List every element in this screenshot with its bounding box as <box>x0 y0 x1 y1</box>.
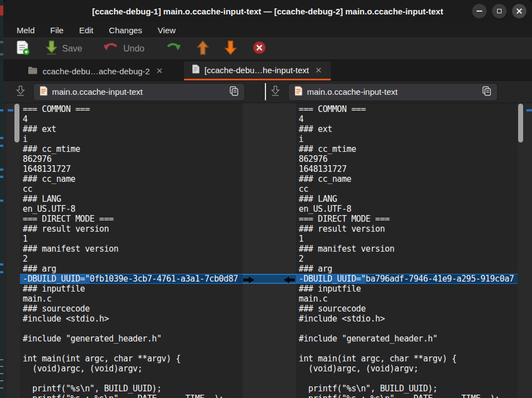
code-line: 4 <box>20 114 243 124</box>
next-change-button[interactable] <box>219 38 242 60</box>
minimize-icon <box>477 11 482 12</box>
diff-unchanged-text: -DBUILD_UUID=" <box>23 274 90 283</box>
code-line: #include <stdio.h> <box>296 314 518 324</box>
menu-view[interactable]: View <box>152 24 181 36</box>
code-line: ### cc_mtime <box>20 144 243 154</box>
file-icon <box>192 64 200 76</box>
tab-close-icon[interactable]: ✕ <box>314 65 323 75</box>
screen: [ccache-debug-1] main.o.ccache-input-tex… <box>0 0 532 398</box>
code-line: (void)argc, (void)argv; <box>296 364 518 374</box>
code-line: ### arg <box>296 264 518 274</box>
title-bar: [ccache-debug-1] main.o.ccache-input-tex… <box>3 0 532 22</box>
left-action-gutter <box>243 103 254 398</box>
close-button[interactable] <box>512 4 526 18</box>
new-comparison-button[interactable] <box>11 38 35 60</box>
left-scrollbar-thumb[interactable] <box>14 104 19 142</box>
code-line <box>20 374 243 384</box>
code-line: ### result version <box>296 224 518 234</box>
left-text-pane[interactable]: === COMMON ===4### exti### cc_mtime86297… <box>20 103 243 398</box>
linkmap <box>254 103 285 398</box>
copy-path-icon <box>229 86 239 98</box>
code-line: main.c <box>20 294 243 304</box>
right-text-pane[interactable]: === COMMON ===4### exti### cc_mtime86297… <box>296 103 518 398</box>
code-line: cc <box>296 184 518 194</box>
copy-path-icon <box>482 86 492 98</box>
chunk-mark <box>526 109 532 111</box>
push-change-right-button[interactable] <box>243 275 254 285</box>
code-line: === COMMON === <box>20 104 243 114</box>
code-line: cc <box>20 184 243 194</box>
code-line: === DIRECT MODE === <box>20 214 243 224</box>
right-action-gutter <box>285 103 296 398</box>
chunk-mark <box>8 109 13 111</box>
left-file-button[interactable]: main.o.ccache-input-text <box>33 83 245 101</box>
window-controls <box>472 4 526 18</box>
menu-meld[interactable]: Meld <box>11 24 40 36</box>
code-line: ### result version <box>20 224 243 234</box>
right-scrollbar[interactable] <box>518 103 532 398</box>
toolbar: Save Undo <box>3 38 532 60</box>
code-line: int main(int argc, char **argv) { <box>296 354 518 364</box>
code-line <box>296 344 518 354</box>
right-scrollbar-thumb[interactable] <box>518 104 523 142</box>
redo-icon <box>166 42 181 56</box>
left-filename: main.o.ccache-input-text <box>52 87 142 96</box>
code-line: printf("%s : %s\n", __DATE__, __TIME__); <box>296 394 518 398</box>
maximize-button[interactable] <box>492 4 507 18</box>
code-line: ### sourcecode <box>296 304 518 314</box>
code-line-diff: -DBUILD_UUID="0fb1039e-3cb7-4761-a3a1-7c… <box>20 274 243 284</box>
code-line: ### cc_name <box>20 174 243 184</box>
tab-folder-comparison[interactable]: ccache-debu…ache-debug-2 ✕ <box>20 62 172 80</box>
stop-button[interactable] <box>247 38 272 59</box>
tab-close-icon[interactable]: ✕ <box>155 66 164 76</box>
code-line: 1648131727 <box>296 164 518 174</box>
code-line: ### cc_mtime <box>296 144 518 154</box>
push-change-left-button[interactable] <box>284 275 295 285</box>
code-line: ### LANG <box>296 194 518 204</box>
code-line: i <box>20 134 243 144</box>
text-file-icon <box>294 86 303 98</box>
code-line: === DIRECT MODE === <box>296 214 518 224</box>
folder-icon <box>28 66 38 76</box>
code-line: en_US.UTF-8 <box>296 204 518 214</box>
code-line: ### sourcecode <box>20 304 243 314</box>
code-line: #include "generated_header.h" <box>20 334 243 344</box>
right-file-button[interactable]: main.o.ccache-input-text <box>288 83 498 101</box>
menu-edit[interactable]: Edit <box>74 24 99 36</box>
diff-changed-text: ba796adf-7946-41e9-a295-919c0a7 <box>366 274 518 283</box>
undo-icon <box>103 42 119 56</box>
redo-button[interactable] <box>160 39 187 58</box>
code-line: #include "generated_header.h" <box>296 334 518 344</box>
save-button[interactable]: Save <box>40 38 88 59</box>
undo-button[interactable]: Undo <box>98 39 150 58</box>
code-line: ### cc_name <box>296 174 518 184</box>
code-line: ### manifest version <box>296 244 518 254</box>
code-line: ### manifest version <box>20 244 243 254</box>
tab-file-comparison[interactable]: [ccache-debu…he-input-text ✕ <box>184 62 331 80</box>
left-scrollbar[interactable] <box>7 103 20 398</box>
menu-bar: Meld File Edit Changes View <box>3 22 532 38</box>
minimize-button[interactable] <box>472 4 487 18</box>
code-line <box>20 344 243 354</box>
tab-bar: ccache-debu…ache-debug-2 ✕ [ccache-debu…… <box>3 60 532 81</box>
code-line-diff: -DBUILD_UUID="ba796adf-7946-41e9-a295-91… <box>296 274 518 284</box>
maximize-icon <box>497 9 502 13</box>
code-line: ### LANG <box>20 194 243 204</box>
save-icon <box>45 40 58 57</box>
code-line: printf("%s\n", BUILD_UUID); <box>20 384 243 394</box>
code-line: 862976 <box>20 154 243 164</box>
code-line: 1 <box>20 234 243 244</box>
previous-change-button[interactable] <box>191 38 214 60</box>
undo-label: Undo <box>123 44 144 54</box>
menu-file[interactable]: File <box>45 24 69 36</box>
code-line: 1 <box>296 234 518 244</box>
tab-label: [ccache-debu…he-input-text <box>204 65 309 75</box>
pane-separator <box>265 83 266 100</box>
file-selector-bar: main.o.ccache-input-text <box>3 81 532 103</box>
menu-changes[interactable]: Changes <box>104 24 148 36</box>
arrow-down-icon <box>224 40 237 58</box>
stop-icon <box>252 40 267 57</box>
save-label: Save <box>62 44 82 54</box>
diff-unchanged-text: -DBUILD_UUID=" <box>299 274 366 283</box>
save-state-right-icon <box>270 85 280 99</box>
